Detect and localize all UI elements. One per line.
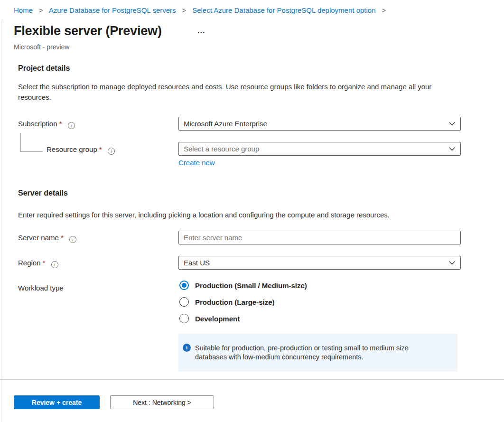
chevron-down-icon — [448, 120, 456, 127]
breadcrumb-separator: > — [39, 7, 43, 14]
breadcrumb: Home > Azure Database for PostgreSQL ser… — [14, 6, 390, 14]
required-asterisk: * — [99, 145, 102, 153]
footer-divider — [0, 379, 504, 380]
radio-label: Production (Small / Medium-size) — [195, 281, 307, 290]
resource-group-placeholder: Select a resource group — [184, 145, 448, 153]
radio-button-icon — [179, 281, 189, 290]
blade-left-edge — [1, 20, 1, 422]
create-new-resource-group-link[interactable]: Create new — [178, 159, 215, 167]
resource-group-dropdown[interactable]: Select a resource group — [178, 142, 461, 156]
subscription-label-text: Subscription — [18, 120, 57, 128]
workload-type-label: Workload type — [18, 284, 64, 292]
chevron-down-icon — [448, 259, 456, 266]
subscription-label: Subscription* i — [18, 120, 75, 129]
workload-info-text: Suitable for production, pre-production … — [195, 344, 442, 372]
radio-label: Development — [195, 315, 240, 323]
breadcrumb-separator: > — [182, 7, 186, 14]
next-networking-button[interactable]: Next : Networking > — [110, 395, 214, 409]
review-create-button[interactable]: Review + create — [14, 395, 100, 409]
resource-group-label-text: Resource group — [47, 145, 97, 153]
region-info-icon[interactable]: i — [51, 261, 58, 268]
required-asterisk: * — [43, 259, 46, 267]
resource-group-info-icon[interactable]: i — [108, 148, 115, 155]
resource-group-label: Resource group* i — [47, 145, 115, 155]
create-flexible-server-blade: Home > Azure Database for PostgreSQL ser… — [0, 0, 504, 422]
radio-label: Production (Large-size) — [195, 298, 275, 306]
radio-development[interactable]: Development — [179, 314, 240, 323]
chevron-down-icon — [448, 145, 456, 152]
required-asterisk: * — [61, 234, 64, 242]
subscription-value: Microsoft Azure Enterprise — [184, 120, 448, 128]
server-details-heading: Server details — [18, 189, 68, 197]
region-dropdown[interactable]: East US — [178, 256, 461, 270]
breadcrumb-postgresql-servers[interactable]: Azure Database for PostgreSQL servers — [49, 6, 176, 14]
breadcrumb-deployment-option[interactable]: Select Azure Database for PostgreSQL dep… — [192, 6, 375, 14]
subscription-info-icon[interactable]: i — [68, 122, 75, 129]
radio-production-large[interactable]: Production (Large-size) — [179, 297, 275, 307]
server-name-input[interactable] — [178, 231, 461, 244]
page-title: Flexible server (Preview) — [14, 24, 162, 38]
more-options-ellipsis-icon[interactable]: ... — [197, 27, 205, 35]
required-asterisk: * — [59, 120, 62, 128]
region-value: East US — [184, 259, 448, 267]
region-label: Region* i — [18, 259, 58, 268]
server-name-label-text: Server name — [18, 234, 59, 242]
subscription-resource-group-connector — [20, 133, 43, 152]
server-name-label: Server name* i — [18, 234, 76, 243]
region-label-text: Region — [18, 259, 41, 267]
workload-info-box: i Suitable for production, pre-productio… — [178, 334, 457, 372]
info-icon: i — [183, 344, 191, 352]
radio-button-icon — [179, 314, 189, 323]
page-subtitle: Microsoft - preview — [14, 43, 69, 51]
server-name-info-icon[interactable]: i — [69, 236, 76, 243]
radio-production-small-medium[interactable]: Production (Small / Medium-size) — [179, 281, 307, 290]
server-details-description: Enter required settings for this server,… — [18, 210, 464, 220]
breadcrumb-separator: > — [382, 7, 386, 14]
breadcrumb-home[interactable]: Home — [14, 6, 33, 14]
radio-button-icon — [179, 297, 189, 307]
subscription-dropdown[interactable]: Microsoft Azure Enterprise — [178, 117, 461, 131]
project-details-heading: Project details — [18, 64, 70, 73]
project-details-description: Select the subscription to manage deploy… — [18, 82, 445, 103]
